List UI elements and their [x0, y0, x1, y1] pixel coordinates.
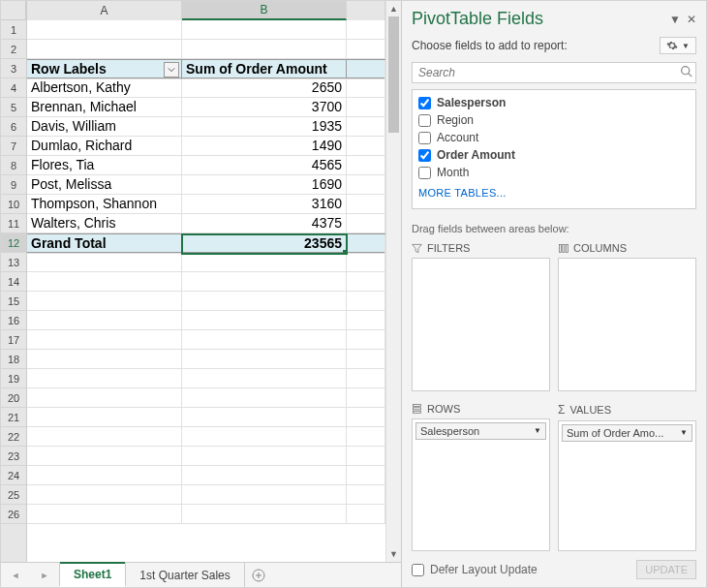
row-header-24[interactable]: 24 — [1, 466, 26, 485]
row-header-22[interactable]: 22 — [1, 427, 26, 447]
pivot-value-header[interactable]: Sum of Order Amount — [182, 60, 347, 79]
tab-nav[interactable]: ◄► — [1, 563, 59, 587]
cell[interactable] — [27, 427, 182, 447]
cell[interactable] — [27, 505, 182, 524]
pivot-row-label[interactable]: Flores, Tia — [27, 156, 182, 175]
row-header-23[interactable]: 23 — [1, 447, 26, 466]
cell[interactable] — [347, 292, 385, 311]
cell[interactable] — [182, 408, 347, 427]
field-item-order-amount[interactable]: Order Amount — [415, 146, 693, 164]
row-header-6[interactable]: 6 — [1, 117, 26, 137]
pivot-row-value[interactable]: 3700 — [182, 98, 347, 117]
cell[interactable] — [347, 40, 385, 59]
cell[interactable] — [347, 408, 385, 427]
pivot-row-label[interactable]: Davis, William — [27, 117, 182, 137]
field-item-month[interactable]: Month — [415, 164, 693, 181]
cell[interactable] — [182, 311, 347, 330]
cell[interactable] — [347, 234, 385, 254]
area-filters-box[interactable] — [412, 258, 550, 391]
cell[interactable] — [347, 485, 385, 505]
pivot-row-value[interactable]: 1935 — [182, 117, 347, 137]
cell[interactable] — [347, 78, 385, 98]
cell[interactable] — [27, 330, 182, 350]
cell[interactable] — [347, 272, 385, 292]
row-header-9[interactable]: 9 — [1, 175, 26, 195]
cell[interactable] — [347, 214, 385, 233]
row-header-20[interactable]: 20 — [1, 388, 26, 408]
pivot-row-value[interactable]: 1690 — [182, 175, 347, 195]
row-header-12[interactable]: 12 — [1, 233, 26, 253]
cell[interactable] — [27, 350, 182, 369]
cell[interactable] — [27, 292, 182, 311]
search-input[interactable] — [412, 62, 696, 83]
row-header-2[interactable]: 2 — [1, 40, 26, 59]
cell[interactable] — [27, 447, 182, 466]
cell[interactable] — [182, 369, 347, 388]
cell[interactable] — [347, 60, 385, 79]
row-header-11[interactable]: 11 — [1, 214, 26, 233]
cell[interactable] — [347, 350, 385, 369]
cell[interactable] — [27, 388, 182, 408]
pane-dropdown-icon[interactable]: ▼ — [669, 13, 681, 26]
cell[interactable] — [182, 466, 347, 485]
pivot-row-value[interactable]: 1490 — [182, 137, 347, 156]
row-header-16[interactable]: 16 — [1, 311, 26, 330]
cell[interactable] — [27, 253, 182, 272]
cell[interactable] — [347, 117, 385, 137]
row-header-3[interactable]: 3 — [1, 59, 26, 78]
cell[interactable] — [347, 447, 385, 466]
cell[interactable] — [27, 20, 182, 40]
cell[interactable] — [182, 388, 347, 408]
row-header-10[interactable]: 10 — [1, 195, 26, 214]
cell[interactable] — [182, 485, 347, 505]
cell[interactable] — [27, 369, 182, 388]
cell[interactable] — [347, 330, 385, 350]
row-header-26[interactable]: 26 — [1, 505, 26, 524]
field-checkbox[interactable] — [418, 132, 431, 144]
cell[interactable] — [347, 98, 385, 117]
pivot-row-label[interactable]: Post, Melissa — [27, 175, 182, 195]
cell[interactable] — [27, 408, 182, 427]
cell[interactable] — [347, 369, 385, 388]
cell[interactable] — [347, 505, 385, 524]
scroll-down-arrow[interactable]: ▼ — [386, 546, 401, 562]
row-header-14[interactable]: 14 — [1, 272, 26, 292]
cell[interactable] — [27, 272, 182, 292]
pivot-row-label[interactable]: Dumlao, Richard — [27, 137, 182, 156]
cell[interactable] — [182, 292, 347, 311]
defer-layout-checkbox[interactable]: Defer Layout Update — [412, 563, 538, 576]
cell[interactable] — [347, 156, 385, 175]
cell[interactable] — [27, 40, 182, 59]
row-header-18[interactable]: 18 — [1, 350, 26, 369]
row-header-15[interactable]: 15 — [1, 292, 26, 311]
pane-close-icon[interactable]: ✕ — [687, 13, 696, 26]
cell[interactable] — [182, 253, 347, 272]
area-chip-rows[interactable]: Salesperson▼ — [415, 422, 546, 440]
row-header-4[interactable]: 4 — [1, 78, 26, 98]
grand-total-value[interactable]: 23565 — [182, 234, 347, 254]
cell[interactable] — [182, 40, 347, 59]
cell[interactable] — [182, 272, 347, 292]
cell[interactable] — [182, 330, 347, 350]
cell[interactable] — [182, 505, 347, 524]
pane-settings-button[interactable]: ▼ — [660, 37, 696, 54]
cell[interactable] — [27, 311, 182, 330]
col-header-a[interactable]: A — [27, 1, 182, 20]
cell[interactable] — [182, 20, 347, 40]
add-sheet-button[interactable] — [245, 563, 272, 587]
area-columns-box[interactable] — [558, 258, 696, 391]
vertical-scrollbar[interactable]: ▲ ▼ — [385, 1, 401, 562]
pivot-row-label[interactable]: Thompson, Shannon — [27, 195, 182, 214]
cell[interactable] — [347, 427, 385, 447]
defer-layout-input[interactable] — [412, 564, 424, 576]
cell[interactable] — [27, 466, 182, 485]
sheet-tab-other[interactable]: 1st Quarter Sales — [126, 563, 244, 587]
field-item-account[interactable]: Account — [415, 129, 693, 146]
row-header-19[interactable]: 19 — [1, 369, 26, 388]
pivot-rowlabels-header[interactable]: Row Labels — [27, 60, 182, 79]
row-header-7[interactable]: 7 — [1, 137, 26, 156]
cell[interactable] — [27, 485, 182, 505]
rowlabels-filter-button[interactable] — [164, 62, 179, 77]
field-checkbox[interactable] — [418, 97, 431, 109]
more-tables-link[interactable]: MORE TABLES... — [415, 181, 693, 201]
